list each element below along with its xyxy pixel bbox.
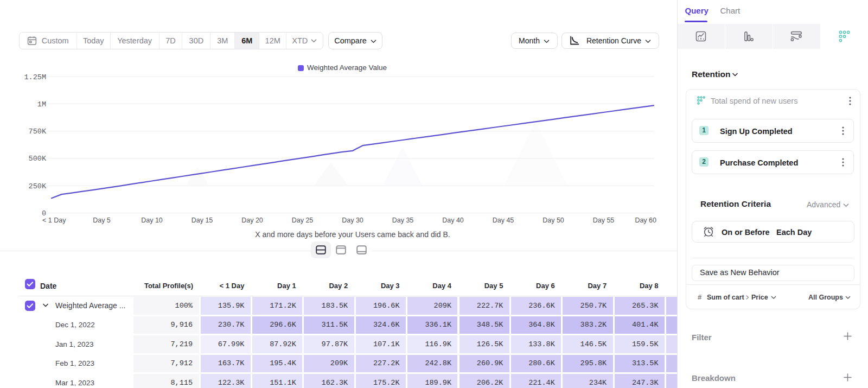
svg-text:Day 35: Day 35 (392, 217, 414, 224)
svg-text:500K: 500K (29, 155, 47, 163)
svg-text:250K: 250K (29, 182, 47, 190)
svg-text:Day 50: Day 50 (542, 217, 564, 224)
svg-text:1.25M: 1.25M (24, 73, 46, 81)
svg-text:Day 5: Day 5 (93, 217, 111, 224)
svg-text:Day 45: Day 45 (493, 217, 514, 224)
svg-text:< 1 Day: < 1 Day (42, 217, 66, 224)
svg-text:Day 60: Day 60 (635, 217, 656, 224)
svg-text:Day 10: Day 10 (141, 217, 163, 224)
svg-text:1M: 1M (37, 100, 46, 109)
svg-text:Day 20: Day 20 (241, 217, 263, 224)
svg-text:Day 55: Day 55 (593, 217, 615, 224)
svg-text:Day 25: Day 25 (292, 217, 314, 224)
svg-text:750K: 750K (29, 128, 47, 136)
svg-text:Day 40: Day 40 (442, 217, 464, 224)
svg-text:Day 15: Day 15 (192, 217, 213, 224)
svg-text:Day 30: Day 30 (342, 217, 363, 224)
